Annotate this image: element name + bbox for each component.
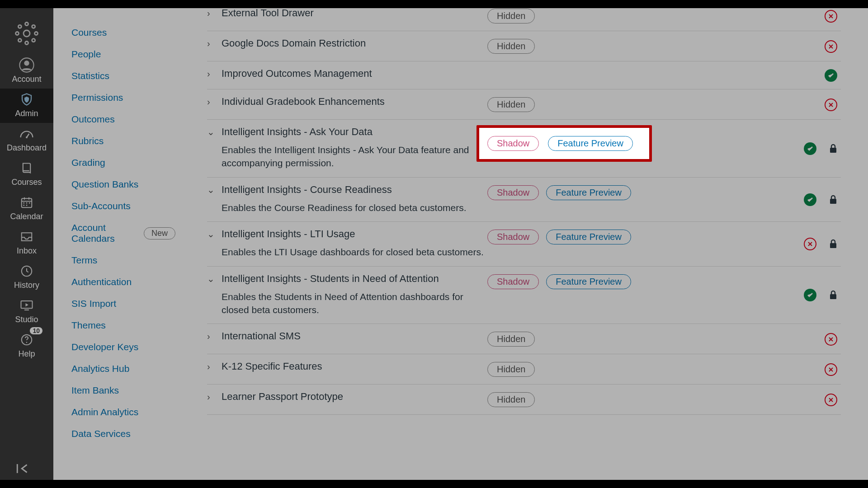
lock-icon [829,290,837,300]
nav-account[interactable]: Account [0,54,53,89]
chevron-right-icon: › [207,97,215,107]
status-disabled-icon[interactable] [825,10,837,23]
feature-toggle-header[interactable]: ⌄Intelligent Insights - Course Readiness [207,184,487,196]
feature-toggle-header[interactable]: ⌄Intelligent Insights - Ask Your Data [207,126,487,138]
feature-toggle-header[interactable]: ⌄Intelligent Insights - Students in Need… [207,273,487,285]
svg-rect-31 [830,243,836,248]
nav-help[interactable]: 10 Help [0,329,53,363]
status-disabled-icon[interactable] [825,40,837,53]
nav-label: Account [12,75,41,84]
status-disabled-icon[interactable] [825,363,837,376]
subnav-themes[interactable]: Themes [71,320,175,331]
subnav-rubrics[interactable]: Rubrics [71,136,175,146]
shadow-pill: Shadow [487,230,539,244]
feature-options-list: ›External Tool DrawerHidden›Google Docs … [175,1,868,480]
status-enabled-icon[interactable] [804,289,816,301]
preview-pill: Feature Preview [546,185,631,200]
hidden-pill: Hidden [487,39,535,54]
feature-title: Intelligent Insights - Course Readiness [222,184,392,196]
nav-inbox[interactable]: Inbox [0,226,53,260]
chevron-down-icon: ⌄ [207,127,215,137]
feature-title: Individual Gradebook Enhancements [222,96,385,108]
feature-toggle-header[interactable]: ›Google Docs Domain Restriction [207,38,487,49]
feature-row: ›Learner Passport PrototypeHidden [207,385,841,415]
svg-rect-18 [24,202,25,204]
subnav-developer-keys[interactable]: Developer Keys [71,342,175,352]
feature-row: ⌄Intelligent Insights - Students in Need… [207,267,841,324]
feature-toggle-header[interactable]: ⌄Intelligent Insights - LTI Usage [207,228,487,240]
feature-title: K-12 Specific Features [222,361,322,372]
lock-icon [829,144,837,154]
nav-courses[interactable]: Courses [0,157,53,192]
subnav-data-services[interactable]: Data Services [71,428,175,439]
svg-point-5 [18,25,21,28]
status-disabled-icon[interactable] [804,238,816,250]
subnav-item-banks[interactable]: Item Banks [71,385,175,396]
feature-title: Learner Passport Prototype [222,391,343,403]
shadow-pill: Shadow [487,274,539,289]
svg-point-8 [32,39,35,42]
shadow-pill: Shadow [487,136,539,151]
nav-label: Studio [15,315,38,324]
status-disabled-icon[interactable] [825,394,837,406]
subnav-analytics-hub[interactable]: Analytics Hub [71,363,175,374]
feature-toggle-header[interactable]: ›K-12 Specific Features [207,361,487,372]
feature-description: Enables the Intelligent Insights - Ask Y… [222,143,484,170]
hidden-pill: Hidden [487,392,535,407]
nav-history[interactable]: History [0,260,53,295]
svg-rect-19 [26,202,28,204]
status-disabled-icon[interactable] [825,99,837,111]
nav-label: Admin [15,109,38,118]
subnav-statistics[interactable]: Statistics [71,70,175,81]
nav-studio[interactable]: Studio [0,295,53,329]
feature-toggle-header[interactable]: ›Individual Gradebook Enhancements [207,96,487,108]
svg-point-0 [24,30,30,37]
hidden-pill: Hidden [487,332,535,347]
help-badge: 10 [30,327,42,334]
chevron-right-icon: › [207,361,215,372]
feature-toggle-header[interactable]: ›International SMS [207,330,487,342]
feature-title: International SMS [222,330,301,342]
inbox-icon [19,229,35,245]
nav-label: Dashboard [7,143,47,153]
subnav-grading[interactable]: Grading [71,157,175,168]
status-enabled-icon[interactable] [804,193,816,206]
nav-calendar[interactable]: Calendar [0,192,53,226]
status-enabled-icon[interactable] [825,69,837,82]
subnav-authentication[interactable]: Authentication [71,277,175,287]
status-disabled-icon[interactable] [825,333,837,346]
subnav-sub-accounts[interactable]: Sub-Accounts [71,201,175,211]
canvas-logo-icon[interactable] [14,21,39,46]
subnav-courses[interactable]: Courses [71,27,175,38]
hidden-pill: Hidden [487,362,535,377]
svg-rect-32 [830,294,836,299]
svg-point-27 [26,342,28,343]
shadow-pill: Shadow [487,185,539,200]
svg-point-1 [25,23,28,26]
feature-title: Google Docs Domain Restriction [222,38,366,49]
feature-toggle-header[interactable]: ›Learner Passport Prototype [207,391,487,403]
svg-rect-22 [26,205,28,206]
feature-title: Improved Outcomes Management [222,68,372,80]
subnav-permissions[interactable]: Permissions [71,92,175,103]
subnav-admin-analytics[interactable]: Admin Analytics [71,407,175,418]
account-sub-nav: Courses People Statistics Permissions Ou… [53,8,175,480]
preview-pill: Feature Preview [546,230,631,244]
subnav-outcomes[interactable]: Outcomes [71,114,175,125]
subnav-account-calendars[interactable]: Account Calendars [71,222,136,244]
feature-row: ›International SMSHidden [207,324,841,354]
svg-rect-21 [24,205,25,206]
subnav-terms[interactable]: Terms [71,255,175,266]
feature-toggle-header[interactable]: ›External Tool Drawer [207,7,487,19]
nav-label: Calendar [10,212,43,221]
feature-description: Enables the LTI Usage dashboards for clo… [222,245,484,258]
collapse-nav-button[interactable] [0,463,53,474]
nav-admin[interactable]: Admin [0,89,53,123]
status-enabled-icon[interactable] [804,142,816,155]
subnav-question-banks[interactable]: Question Banks [71,179,175,190]
subnav-people[interactable]: People [71,49,175,60]
nav-dashboard[interactable]: Dashboard [0,123,53,157]
subnav-sis-import[interactable]: SIS Import [71,298,175,309]
feature-title: Intelligent Insights - LTI Usage [222,228,355,240]
feature-toggle-header[interactable]: ›Improved Outcomes Management [207,68,487,80]
